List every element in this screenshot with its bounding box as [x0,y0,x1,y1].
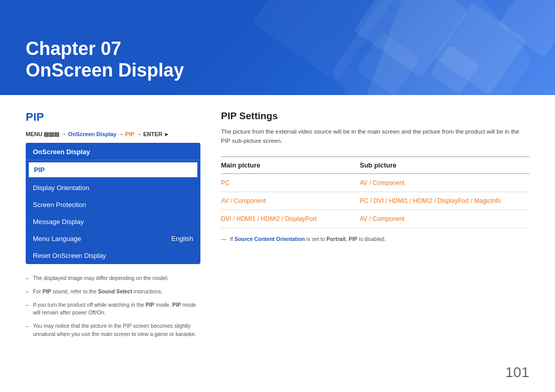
menu-item-display-orientation-label: Display Orientation [33,184,89,192]
menu-path-menu: MENU [26,131,42,137]
chapter-label: Chapter 07 [26,38,184,59]
osd-menu-header: OnScreen Display [26,143,200,160]
footnote-source: Source Content Orientation [234,236,305,242]
menu-path-icon: ▤▤▤ [44,131,61,137]
note-3: If you turn the product off while watchi… [26,301,200,318]
left-column: PIP MENU ▤▤▤ → OnScreen Display → PIP → … [26,110,200,344]
header-title: Chapter 07 OnScreen Display [26,38,184,81]
table-row: PC AV / Component [221,174,529,192]
pip-description: The picture from the external video sour… [221,127,529,146]
menu-item-pip-label: PIP [34,166,45,174]
menu-item-screen-protection-label: Screen Protection [33,201,86,209]
menu-item-message-display[interactable]: Message Display [26,213,200,230]
note-2: For PIP sound, refer to the Sound Select… [26,288,200,296]
menu-item-message-display-label: Message Display [33,218,84,226]
footnote-dash: ― [221,236,227,242]
page-number: 101 [505,364,529,381]
note-1: The displayed image may differ depending… [26,274,200,283]
footnote-pip-ref: PIP [348,236,357,242]
header-background-pattern [222,0,555,95]
menu-item-display-orientation[interactable]: Display Orientation [26,179,200,196]
table-cell-sub-3: AV / Component [360,210,529,228]
pip-settings-title: PIP Settings [221,110,529,122]
table-row: AV / Component PC / DVI / HDMI1 / HDMI2 … [221,192,529,210]
menu-path-enter: ENTER [143,131,162,137]
table-cell-main-3: DVI / HDMI1 / HDMI2 / DisplayPort [221,210,360,228]
section-title: PIP [26,110,200,124]
menu-item-pip[interactable]: PIP [28,161,198,178]
menu-item-menu-language[interactable]: Menu Language English [26,230,200,247]
note-4: You may notice that the picture in the P… [26,322,200,339]
page-header: Chapter 07 OnScreen Display [0,0,555,95]
menu-item-reset-onscreen[interactable]: Reset OnScreen Display [26,247,200,264]
table-row: DVI / HDMI1 / HDMI2 / DisplayPort AV / C… [221,210,529,228]
menu-path: MENU ▤▤▤ → OnScreen Display → PIP → ENTE… [26,131,200,138]
menu-path-onscreen: OnScreen Display [68,131,117,137]
menu-path-pip: PIP [125,131,135,137]
menu-path-arrow1: → [61,131,68,137]
chapter-subtitle: OnScreen Display [26,60,184,81]
table-cell-sub-1: AV / Component [360,174,529,192]
main-content: PIP MENU ▤▤▤ → OnScreen Display → PIP → … [0,95,555,344]
notes-section: The displayed image may differ depending… [26,274,200,339]
osd-menu-header-label: OnScreen Display [33,148,90,156]
pip-table: Main picture Sub picture PC AV / Compone… [221,156,529,228]
table-cell-main-2: AV / Component [221,192,360,210]
footnote-portrait: Portrait [326,236,345,242]
table-col-main: Main picture [221,157,360,174]
menu-item-menu-language-value: English [171,235,193,242]
table-cell-main-1: PC [221,174,360,192]
table-cell-sub-2: PC / DVI / HDMI1 / HDMI2 / DisplayPort /… [360,192,529,210]
table-col-sub: Sub picture [360,157,529,174]
osd-menu: OnScreen Display PIP Display Orientation… [26,143,200,264]
menu-path-arrow2: → [118,131,125,137]
menu-item-menu-language-label: Menu Language [33,235,81,242]
right-column: PIP Settings The picture from the extern… [221,110,529,344]
menu-path-arrow3: → [136,131,143,137]
menu-item-reset-onscreen-label: Reset OnScreen Display [33,252,106,259]
menu-path-enter-icon: ► [164,131,170,137]
menu-item-screen-protection[interactable]: Screen Protection [26,196,200,213]
pip-footnote: ― If Source Content Orientation is set t… [221,235,529,244]
